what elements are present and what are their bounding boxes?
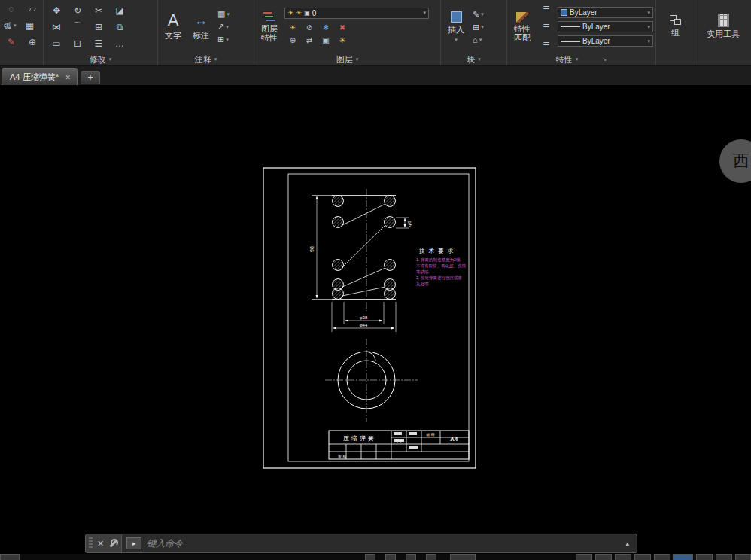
- status-segment[interactable]: [634, 554, 651, 560]
- panel-utilities: 实用工具: [695, 0, 751, 65]
- chevron-down-icon: ▾: [576, 56, 579, 62]
- panel-label-utilities[interactable]: [695, 53, 751, 65]
- list-tool-icon[interactable]: ☰: [537, 2, 555, 17]
- block-create-button[interactable]: ⊞ ▾: [471, 23, 485, 32]
- draw-tool-icon[interactable]: ✎: [2, 35, 20, 50]
- status-segment[interactable]: [716, 554, 732, 560]
- erase-tool-icon[interactable]: ◪: [111, 3, 129, 18]
- layer-match-tool-icon[interactable]: ⇄: [300, 35, 318, 46]
- draw-tool-icon[interactable]: ◌: [2, 2, 20, 17]
- panel-label-annotate[interactable]: 注释 ▾: [158, 53, 254, 65]
- command-input[interactable]: [147, 538, 620, 549]
- dim-height-text: 98: [309, 246, 315, 252]
- status-segment[interactable]: [385, 554, 396, 560]
- layer-prev-tool-icon[interactable]: ▣: [317, 35, 335, 46]
- layer-walk-tool-icon[interactable]: ☀: [333, 35, 351, 46]
- explode-tool-icon[interactable]: ⧉: [111, 20, 129, 35]
- layer-isolate-tool-icon[interactable]: ⊘: [300, 22, 318, 33]
- sheet-frame: [263, 168, 476, 468]
- group-button[interactable]: 组: [663, 2, 689, 52]
- close-icon[interactable]: ✕: [97, 539, 104, 549]
- layer-off-tool-icon[interactable]: ✖: [333, 22, 351, 33]
- panel-label-group[interactable]: [656, 53, 695, 65]
- status-segment[interactable]: [576, 554, 592, 560]
- color-dropdown[interactable]: ByLayer ▾: [558, 7, 653, 18]
- linetype-value: ByLayer: [582, 23, 610, 31]
- list-tool-icon[interactable]: ☰: [537, 38, 555, 53]
- draw-tool-icon[interactable]: ⊕: [23, 35, 41, 50]
- close-icon[interactable]: ✕: [65, 74, 71, 81]
- trim-tool-icon[interactable]: ✂: [90, 3, 108, 18]
- status-segment[interactable]: [595, 554, 612, 560]
- panel-label-properties[interactable]: 特性 ▾ ↘: [507, 53, 655, 65]
- draw-tool-icon[interactable]: ▱: [23, 2, 41, 17]
- text-button[interactable]: A 文字: [160, 2, 186, 52]
- modify-tools: ✥ ↻ ✂ ◪ ⋈ ⌒ ⊞ ⧉ ▭ ⊡ ☰ …: [46, 2, 130, 52]
- panel-label-draw[interactable]: [0, 53, 43, 65]
- panel-label-modify[interactable]: 修改 ▾: [44, 53, 157, 65]
- block-edit-button[interactable]: ✎ ▾: [471, 10, 485, 20]
- tech-req-line: 等缺陷.: [416, 269, 430, 275]
- tech-req-line: 丸处理.: [416, 282, 430, 287]
- drag-grip-icon[interactable]: [89, 537, 93, 549]
- status-segment[interactable]: [696, 554, 713, 560]
- table-tool-button[interactable]: ▦ ▾: [216, 9, 231, 19]
- recent-commands-icon[interactable]: ▸: [126, 537, 141, 549]
- status-segment[interactable]: [673, 554, 693, 560]
- technical-requirements: 技 术 要 求 1. 弹簧的制造精度为2级. 不得有裂纹、氧化皮、伤痕 等缺陷.…: [416, 248, 467, 287]
- lineweight-dropdown[interactable]: ByLayer ▾: [558, 35, 653, 47]
- panel-label-layers[interactable]: 图层 ▾: [254, 53, 440, 65]
- dialog-launcher-icon[interactable]: ↘: [602, 56, 607, 62]
- chevron-down-icon: ▾: [481, 11, 484, 17]
- status-segment[interactable]: [654, 554, 670, 560]
- status-segment[interactable]: [0, 554, 20, 560]
- new-tab-button[interactable]: +: [81, 71, 100, 84]
- list-tool-icon[interactable]: ☰: [537, 20, 555, 35]
- scale-tool-icon[interactable]: ⊡: [68, 36, 87, 51]
- annotation-tool-button[interactable]: ⊞ ▾: [216, 35, 231, 44]
- title-block-scale: 1:2: [396, 440, 402, 444]
- fillet-tool-icon[interactable]: ⌒: [68, 20, 87, 35]
- draw-tool-icon[interactable]: ▦: [21, 18, 39, 33]
- status-segment[interactable]: [615, 554, 631, 560]
- dimension-button[interactable]: ↔ 标注: [188, 2, 214, 52]
- tech-req-title: 技 术 要 求: [418, 248, 455, 254]
- layer-make-tool-icon[interactable]: ⊕: [284, 35, 302, 46]
- layer-freeze-tool-icon[interactable]: ❄: [317, 22, 335, 33]
- status-segment[interactable]: [365, 554, 376, 560]
- layer-properties-button[interactable]: 图层 特性: [257, 2, 282, 52]
- utilities-button[interactable]: 实用工具: [705, 2, 741, 52]
- text-tool-icon: A: [168, 12, 179, 29]
- arc-button[interactable]: 弧 ▾: [2, 20, 18, 32]
- move-tool-icon[interactable]: ✥: [47, 3, 65, 18]
- layer-dropdown[interactable]: ☀ ☀ ▣ 0 ▾: [284, 8, 429, 19]
- dim-outer-text: φ44: [360, 323, 368, 327]
- leader-tool-button[interactable]: ↗ ▾: [216, 22, 231, 32]
- panel-label-block[interactable]: 块 ▾: [441, 53, 506, 65]
- match-properties-button[interactable]: 特性 匹配: [509, 2, 535, 52]
- mirror-tool-icon[interactable]: ⋈: [47, 20, 65, 35]
- expand-history-icon[interactable]: ▴: [625, 540, 632, 547]
- drawing-canvas[interactable]: 98 φ8 φ38 φ44 技 术 要 求 1. 弹簧的制造精度为2级. 不得有…: [0, 85, 751, 554]
- stretch-tool-icon[interactable]: ▭: [47, 36, 65, 51]
- chevron-down-icon: ▾: [226, 24, 229, 30]
- command-input-area: ▸ ▴: [122, 534, 637, 552]
- status-segment[interactable]: [426, 554, 436, 560]
- status-segment[interactable]: [735, 554, 751, 560]
- spring-top-view: [325, 339, 418, 422]
- ribbon: ◌ ▱ 弧 ▾ ▦ ✎ ⊕ ✥ ↻ ✂ ◪ ⋈: [0, 0, 751, 66]
- insert-button[interactable]: 插入 ▾: [443, 2, 469, 52]
- tab-a4-compression-spring[interactable]: A4-压缩弹簧* ✕: [2, 68, 78, 85]
- linetype-dropdown[interactable]: ByLayer ▾: [558, 21, 653, 32]
- more-tool-icon[interactable]: …: [111, 36, 129, 51]
- array-tool-icon[interactable]: ⊞: [90, 20, 108, 35]
- status-segment[interactable]: [450, 554, 476, 560]
- block-attribute-button[interactable]: ⌂ ▾: [471, 35, 485, 44]
- status-segment[interactable]: [406, 554, 416, 560]
- panel-group: 组: [656, 0, 695, 65]
- edit-tool-icon[interactable]: ☰: [90, 36, 108, 51]
- chevron-down-icon: ▾: [481, 24, 484, 30]
- layer-on-tool-icon[interactable]: ☀: [284, 22, 302, 33]
- customize-wrench-icon[interactable]: [108, 539, 118, 549]
- rotate-tool-icon[interactable]: ↻: [68, 3, 87, 18]
